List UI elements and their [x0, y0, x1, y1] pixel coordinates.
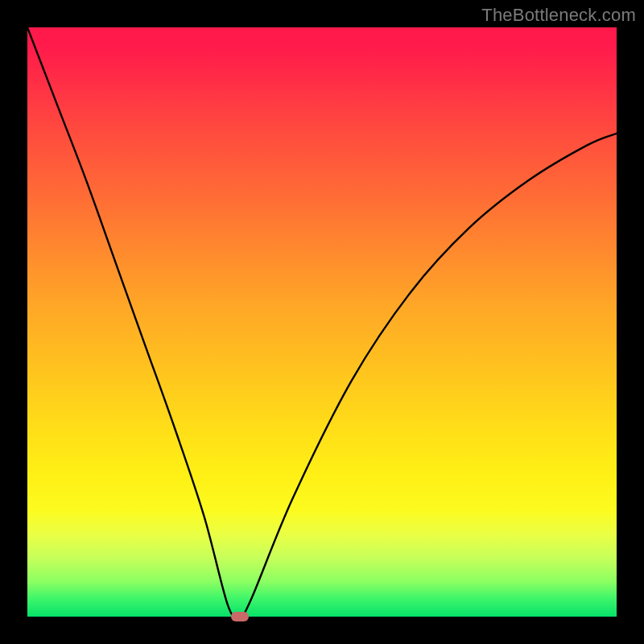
watermark-text: TheBottleneck.com [481, 5, 636, 26]
optimal-marker [231, 612, 249, 621]
bottleneck-curve [27, 27, 617, 617]
plot-area [27, 27, 617, 617]
